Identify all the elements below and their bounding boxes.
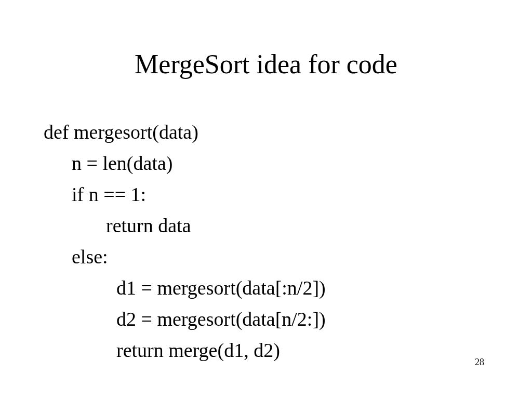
- slide: MergeSort idea for code def mergesort(da…: [0, 0, 532, 399]
- code-line: if n == 1:: [44, 179, 326, 210]
- slide-title: MergeSort idea for code: [0, 49, 532, 79]
- code-line: else:: [44, 241, 326, 272]
- code-line: return data: [44, 210, 326, 241]
- page-number: 28: [475, 357, 484, 368]
- code-line: d2 = mergesort(data[n/2:]): [44, 303, 326, 335]
- code-line: d1 = mergesort(data[:n/2]): [44, 272, 326, 303]
- code-line: n = len(data): [44, 148, 326, 179]
- code-block: def mergesort(data) n = len(data) if n =…: [44, 116, 326, 366]
- code-line: return merge(d1, d2): [44, 335, 326, 366]
- code-line: def mergesort(data): [44, 116, 326, 148]
